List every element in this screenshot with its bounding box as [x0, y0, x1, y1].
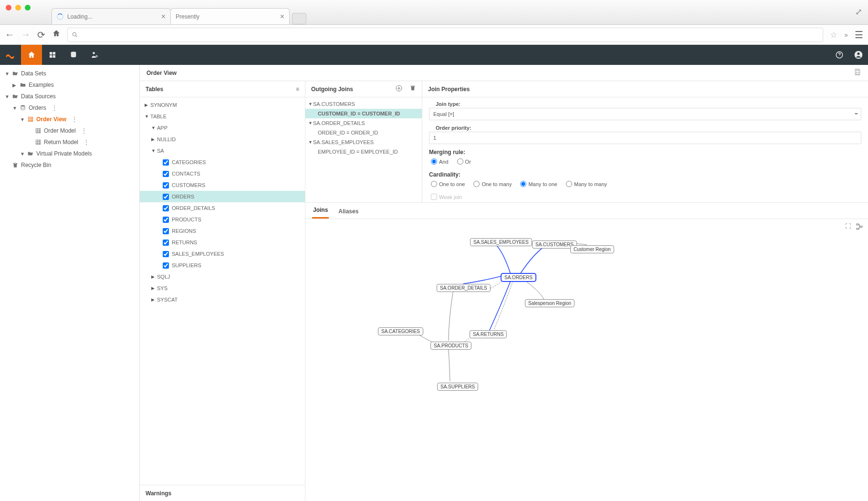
warnings-header[interactable]: Warnings: [140, 485, 305, 501]
sidebar-item-order-view[interactable]: ▼Order View⋮: [0, 114, 139, 125]
node-customer-region[interactable]: Customer Region: [570, 245, 614, 253]
table-checkbox[interactable]: [163, 205, 169, 211]
save-icon[interactable]: [854, 68, 861, 78]
forward-button[interactable]: →: [21, 29, 31, 40]
table-row-suppliers[interactable]: SUPPLIERS: [140, 260, 305, 271]
reload-button[interactable]: ⟳: [37, 29, 45, 41]
table-row-table[interactable]: ▼TABLE: [140, 111, 305, 122]
add-join-icon[interactable]: [395, 84, 403, 94]
maximize-window-icon[interactable]: [25, 5, 31, 10]
card-many-to-one[interactable]: Many to one: [520, 181, 557, 187]
join-group[interactable]: ▼SA.SALES_EMPLOYEES: [305, 137, 422, 147]
node-returns[interactable]: SA.RETURNS: [470, 330, 507, 338]
join-group[interactable]: ▼SA.ORDER_DETAILS: [305, 118, 422, 128]
back-button[interactable]: ←: [5, 29, 14, 40]
table-row-sqlj[interactable]: ▶SQLJ: [140, 271, 305, 282]
card-many-to-many[interactable]: Many to many: [566, 181, 607, 187]
sidebar-item-orders[interactable]: ▼Orders⋮: [0, 102, 139, 114]
sidebar-item-data-sources[interactable]: ▼Data Sources: [0, 91, 139, 102]
table-checkbox[interactable]: [163, 182, 169, 188]
join-condition[interactable]: ORDER_ID = ORDER_ID: [305, 128, 422, 137]
sidebar-item-examples[interactable]: ▶Examples: [0, 79, 139, 91]
help-icon[interactable]: [830, 51, 849, 59]
nav-home[interactable]: [21, 45, 42, 65]
join-group[interactable]: ▼SA.CUSTOMERS: [305, 99, 422, 109]
diagram-canvas[interactable]: ⛶: [305, 219, 868, 501]
table-label: NULLID: [157, 136, 176, 142]
sidebar-item-virtual-private-models[interactable]: ▼Virtual Private Models: [0, 148, 139, 159]
table-row-app[interactable]: ▼APP: [140, 122, 305, 134]
node-sales-employees[interactable]: SA.SALES_EMPLOYEES: [470, 238, 532, 246]
node-salesperson-region[interactable]: Salesperson Region: [525, 299, 575, 307]
join-condition[interactable]: CUSTOMER_ID = CUSTOMER_ID: [305, 109, 422, 118]
sidebar-item-return-model[interactable]: Return Model⋮: [0, 136, 139, 148]
table-checkbox[interactable]: [163, 217, 169, 223]
table-checkbox[interactable]: [163, 262, 169, 269]
table-row-sa[interactable]: ▼SA: [140, 145, 305, 157]
table-row-syscat[interactable]: ▶SYSCAT: [140, 294, 305, 305]
table-checkbox[interactable]: [163, 171, 169, 177]
table-checkbox[interactable]: [163, 251, 169, 257]
merging-or[interactable]: Or: [457, 158, 471, 165]
fullscreen-icon[interactable]: ⤢: [855, 7, 862, 17]
sidebar-item-order-model[interactable]: Order Model⋮: [0, 125, 139, 136]
table-row-synonym[interactable]: ▶SYNONYM: [140, 99, 305, 111]
priority-input[interactable]: [429, 132, 861, 144]
node-order-details[interactable]: SA.ORDER_DETAILS: [437, 284, 491, 292]
tab-aliases[interactable]: Aliases: [337, 204, 359, 219]
join-type-select[interactable]: Equal [=]: [429, 108, 861, 120]
table-row-orders[interactable]: ORDERS: [140, 191, 305, 202]
more-icon[interactable]: ⋮: [71, 115, 78, 123]
close-tab-icon[interactable]: ×: [161, 12, 166, 21]
new-tab-button[interactable]: [292, 13, 306, 24]
table-row-products[interactable]: PRODUCTS: [140, 214, 305, 225]
node-products[interactable]: SA.PRODUCTS: [430, 342, 471, 350]
nav-admin[interactable]: [84, 45, 105, 65]
close-tab-icon[interactable]: ×: [280, 12, 284, 21]
node-suppliers[interactable]: SA.SUPPLIERS: [437, 383, 478, 391]
table-row-sales_employees[interactable]: SALES_EMPLOYEES: [140, 248, 305, 260]
browser-tab-presently[interactable]: Presently ×: [170, 8, 290, 24]
sidebar-item-recycle-bin[interactable]: Recycle Bin: [0, 159, 139, 171]
nav-dashboard[interactable]: [42, 45, 63, 65]
weak-join-check[interactable]: Weak join: [431, 194, 462, 200]
browser-tab-loading[interactable]: Loading... ×: [52, 8, 171, 24]
bookmark-icon[interactable]: ☆: [830, 30, 837, 40]
delete-join-icon[interactable]: [409, 84, 416, 94]
more-icon[interactable]: ⋮: [51, 104, 58, 112]
minimize-window-icon[interactable]: [15, 5, 21, 10]
table-checkbox[interactable]: [163, 194, 169, 200]
close-window-icon[interactable]: [6, 5, 11, 10]
nav-data[interactable]: [63, 45, 84, 65]
sidebar-item-data-sets[interactable]: ▼Data Sets: [0, 68, 139, 79]
table-row-order_details[interactable]: ORDER_DETAILS: [140, 202, 305, 214]
table-row-categories[interactable]: CATEGORIES: [140, 157, 305, 168]
table-checkbox[interactable]: [163, 240, 169, 246]
user-icon[interactable]: [849, 50, 868, 60]
home-icon[interactable]: [52, 29, 61, 40]
table-row-customers[interactable]: CUSTOMERS: [140, 179, 305, 191]
card-one-to-many[interactable]: One to many: [473, 181, 512, 187]
menu-icon[interactable]: ☰: [855, 29, 863, 41]
svg-point-11: [21, 105, 25, 106]
card-one-to-one[interactable]: One to one: [431, 181, 465, 187]
more-icon[interactable]: ⋮: [81, 127, 88, 135]
brand-logo[interactable]: [0, 45, 21, 65]
url-input[interactable]: [67, 28, 823, 42]
table-row-regions[interactable]: REGIONS: [140, 225, 305, 237]
table-checkbox[interactable]: [163, 228, 169, 234]
disclosure-icon: ▶: [145, 103, 149, 107]
node-orders[interactable]: SA.ORDERS: [501, 273, 536, 282]
node-categories[interactable]: SA.CATEGORIES: [378, 327, 423, 335]
merging-and[interactable]: And: [431, 158, 449, 165]
table-checkbox[interactable]: [163, 159, 169, 166]
table-row-sys[interactable]: ▶SYS: [140, 282, 305, 294]
table-row-contacts[interactable]: CONTACTS: [140, 168, 305, 179]
table-row-returns[interactable]: RETURNS: [140, 237, 305, 248]
overflow-icon[interactable]: »: [844, 31, 848, 39]
join-condition[interactable]: EMPLOYEE_ID = EMPLOYEE_ID: [305, 147, 422, 157]
table-row-nullid[interactable]: ▶NULLID: [140, 134, 305, 145]
tables-menu-icon[interactable]: ≡: [296, 86, 299, 93]
more-icon[interactable]: ⋮: [83, 138, 90, 146]
tab-joins[interactable]: Joins: [312, 203, 329, 219]
